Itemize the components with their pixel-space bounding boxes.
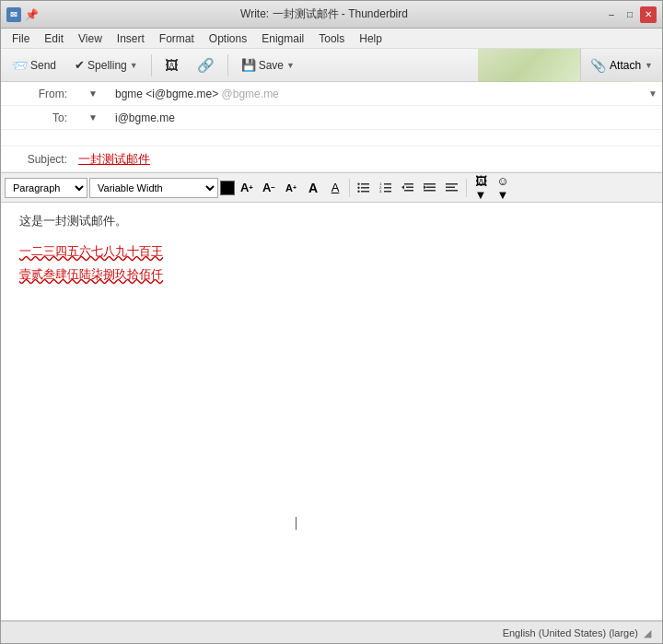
svg-rect-21 (446, 186, 455, 188)
menu-file[interactable]: File (5, 30, 37, 47)
svg-rect-8 (384, 191, 391, 193)
menu-options[interactable]: Options (202, 30, 254, 47)
attach-image-button[interactable]: 🖼 (157, 53, 186, 76)
svg-rect-22 (446, 190, 458, 192)
editor-line-1: 这是一封测试邮件。 (19, 212, 644, 231)
menu-format[interactable]: Format (152, 30, 202, 47)
spelling-icon: ✔ (75, 58, 85, 72)
font-size-decrease-button[interactable]: A− (259, 178, 279, 198)
svg-rect-13 (406, 186, 413, 188)
bold-button[interactable]: A (303, 178, 323, 198)
format-toolbar: Paragraph Variable Width A+ A− A+ A A (1, 173, 662, 203)
font-color-button[interactable] (220, 181, 235, 195)
svg-rect-7 (384, 187, 391, 189)
svg-point-3 (357, 182, 359, 184)
paragraph-style-select[interactable]: Paragraph (5, 178, 87, 198)
font-size-increase-button[interactable]: A+ (237, 178, 257, 198)
svg-rect-0 (361, 183, 369, 185)
svg-rect-2 (361, 191, 369, 193)
editor-line-3: 壹贰叁肆伍陆柒捌玖拾佰仟 (19, 265, 644, 285)
from-row: From: ▼ bgme <i@bgme.me> @bgme.me ▼ (1, 82, 662, 106)
list-ol-icon: 1. 2. 3. (379, 181, 392, 194)
svg-marker-19 (424, 185, 426, 190)
editor-line-2: 一二三四五六七八九十百王 (19, 242, 644, 262)
font-size-up-button[interactable]: A+ (281, 178, 301, 198)
spelling-dropdown-arrow: ▼ (130, 61, 138, 70)
close-button[interactable]: ✕ (640, 6, 657, 23)
attach-file-icon: 🔗 (197, 57, 215, 74)
from-email: bgme <i@bgme.me> (115, 88, 218, 100)
send-button[interactable]: 📨 Send (5, 54, 64, 76)
status-text: English (United States) (large) (503, 627, 638, 638)
font-select[interactable]: Variable Width (89, 178, 218, 198)
spelling-button[interactable]: ✔ Spelling ▼ (67, 54, 145, 76)
subject-row: Subject: (1, 146, 662, 172)
statusbar: English (United States) (large) ◢ (1, 621, 662, 643)
main-window: ✉ 📌 Write: 一封测试邮件 - Thunderbird – □ ✕ Fi… (0, 0, 663, 644)
outdent-button[interactable] (398, 178, 418, 198)
from-placeholder: @bgme.me (222, 88, 279, 100)
menu-tools[interactable]: Tools (311, 30, 352, 47)
indent-button[interactable] (420, 178, 440, 198)
send-label: Send (30, 59, 56, 72)
svg-rect-17 (426, 186, 436, 188)
align-icon (446, 181, 459, 194)
spelling-label: Spelling (87, 59, 127, 72)
outdent-icon (401, 181, 414, 194)
subject-input[interactable] (75, 149, 662, 169)
resize-handle[interactable]: ◢ (644, 627, 655, 638)
svg-point-4 (357, 186, 359, 188)
pin-icon[interactable]: 📌 (25, 8, 38, 21)
from-expand[interactable]: ▼ (644, 88, 662, 99)
window-title: Write: 一封测试邮件 - Thunderbird (45, 6, 603, 22)
indent-icon (424, 181, 436, 194)
attach-label: Attach (610, 59, 641, 72)
maximize-button[interactable]: □ (622, 6, 638, 23)
menu-edit[interactable]: Edit (37, 30, 71, 47)
save-button[interactable]: 💾 Save ▼ (234, 54, 302, 76)
minimize-button[interactable]: – (603, 6, 620, 23)
to-row: To: ▼ (1, 106, 662, 130)
toolbar-separator-2 (227, 54, 228, 76)
svg-rect-18 (424, 190, 436, 192)
to-input[interactable] (111, 109, 662, 127)
align-button[interactable] (442, 178, 462, 198)
editor-area[interactable]: 这是一封测试邮件。 一二三四五六七八九十百王 壹贰叁肆伍陆柒捌玖拾佰仟 (1, 203, 662, 621)
ordered-list-button[interactable]: 1. 2. 3. (376, 178, 396, 198)
insert-image-button[interactable]: 🖼▼ (471, 178, 491, 198)
save-dropdown-arrow: ▼ (286, 61, 295, 70)
titlebar: ✉ 📌 Write: 一封测试邮件 - Thunderbird – □ ✕ (1, 1, 662, 29)
cursor (296, 516, 297, 530)
attach-image-icon: 🖼 (165, 57, 179, 73)
attach-button[interactable]: 📎 Attach ▼ (580, 49, 662, 81)
svg-rect-14 (404, 190, 413, 192)
svg-rect-6 (384, 183, 391, 185)
toolbar-separator-1 (151, 54, 152, 76)
window-controls: – □ ✕ (603, 6, 657, 23)
svg-rect-1 (361, 187, 369, 189)
emoji-button[interactable]: ☺▼ (493, 178, 513, 198)
menubar: File Edit View Insert Format Options Eni… (1, 29, 662, 49)
to-expand[interactable]: ▼ (75, 112, 111, 123)
compose-header: From: ▼ bgme <i@bgme.me> @bgme.me ▼ To: … (1, 82, 662, 173)
svg-rect-16 (424, 183, 436, 185)
menu-enigmail[interactable]: Enigmail (254, 30, 311, 47)
svg-text:3.: 3. (379, 189, 382, 193)
attach-arrow: ▼ (645, 61, 653, 70)
to-label: To: (1, 111, 75, 124)
svg-point-5 (357, 190, 359, 192)
list-ul-icon (357, 181, 370, 194)
underline-button[interactable]: A (325, 178, 345, 198)
menu-help[interactable]: Help (352, 30, 390, 47)
from-dropdown[interactable]: ▼ (75, 88, 111, 99)
fmt-divider-2 (466, 179, 467, 197)
attach-file-button[interactable]: 🔗 (190, 53, 222, 77)
editor-content: 这是一封测试邮件。 一二三四五六七八九十百王 壹贰叁肆伍陆柒捌玖拾佰仟 (19, 212, 644, 284)
unordered-list-button[interactable] (354, 178, 374, 198)
svg-marker-15 (401, 185, 404, 190)
menu-insert[interactable]: Insert (110, 30, 152, 47)
menu-view[interactable]: View (71, 30, 110, 47)
app-icon: ✉ (6, 7, 21, 22)
from-value: bgme <i@bgme.me> @bgme.me (111, 85, 644, 103)
editor-line-3-text: 壹贰叁肆伍陆柒捌玖拾佰仟 (19, 267, 163, 281)
